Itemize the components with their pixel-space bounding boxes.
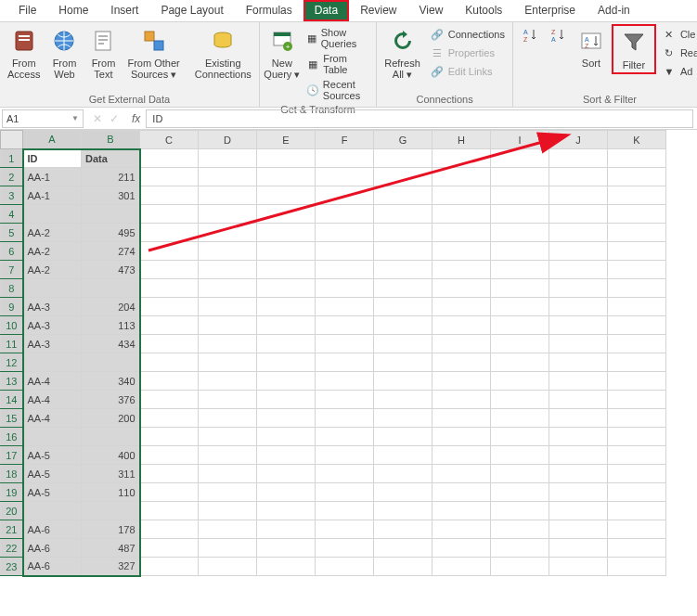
cell[interactable] bbox=[432, 353, 491, 372]
enter-icon[interactable]: ✓ bbox=[110, 112, 119, 125]
cell[interactable] bbox=[491, 520, 549, 539]
from-text-button[interactable]: From Text bbox=[84, 24, 122, 82]
cell[interactable] bbox=[257, 502, 316, 520]
cell[interactable]: 178 bbox=[82, 520, 140, 539]
row-header[interactable]: 20 bbox=[1, 502, 23, 520]
cell[interactable] bbox=[432, 186, 491, 205]
cell[interactable] bbox=[608, 465, 666, 483]
row-header[interactable]: 5 bbox=[1, 224, 23, 242]
cell[interactable] bbox=[491, 279, 549, 298]
cell[interactable] bbox=[374, 446, 432, 465]
advanced-button[interactable]: ▼Ad bbox=[658, 63, 697, 80]
cell[interactable] bbox=[432, 316, 491, 335]
cell[interactable] bbox=[432, 446, 491, 465]
cell[interactable] bbox=[140, 520, 199, 539]
row-header[interactable]: 15 bbox=[1, 409, 23, 428]
cell[interactable] bbox=[491, 298, 549, 316]
recent-sources-button[interactable]: 🕓Recent Sources bbox=[303, 78, 372, 102]
cell[interactable]: 211 bbox=[82, 168, 140, 186]
cell[interactable] bbox=[199, 205, 257, 224]
cell[interactable] bbox=[316, 316, 374, 335]
from-other-sources-button[interactable]: From Other Sources ▾ bbox=[123, 24, 183, 82]
tab-data[interactable]: Data bbox=[303, 0, 349, 21]
cell[interactable] bbox=[491, 168, 549, 186]
cell[interactable] bbox=[316, 242, 374, 261]
cancel-icon[interactable]: ✕ bbox=[93, 112, 102, 125]
cell[interactable] bbox=[432, 558, 491, 576]
cell[interactable] bbox=[549, 428, 608, 446]
cell[interactable] bbox=[549, 391, 608, 409]
cell[interactable] bbox=[140, 242, 199, 261]
cell[interactable] bbox=[491, 502, 549, 520]
cell[interactable] bbox=[140, 409, 199, 428]
cell[interactable] bbox=[374, 520, 432, 539]
cell[interactable] bbox=[257, 242, 316, 261]
cell[interactable] bbox=[491, 149, 549, 168]
cell[interactable] bbox=[491, 409, 549, 428]
cell[interactable] bbox=[491, 483, 549, 502]
cell[interactable] bbox=[140, 335, 199, 353]
cell[interactable]: Data bbox=[82, 149, 140, 168]
row-header[interactable]: 10 bbox=[1, 316, 23, 335]
cell[interactable] bbox=[82, 428, 140, 446]
cell[interactable] bbox=[257, 261, 316, 279]
cell[interactable] bbox=[199, 224, 257, 242]
cell[interactable]: 204 bbox=[82, 298, 140, 316]
cell[interactable] bbox=[608, 298, 666, 316]
cell[interactable]: AA-3 bbox=[23, 298, 82, 316]
cell[interactable] bbox=[140, 502, 199, 520]
cell[interactable] bbox=[257, 391, 316, 409]
cell[interactable]: AA-1 bbox=[23, 186, 82, 205]
tab-kutools[interactable]: Kutools bbox=[454, 0, 513, 21]
tab-home[interactable]: Home bbox=[47, 0, 99, 21]
cell[interactable] bbox=[23, 428, 82, 446]
cell[interactable] bbox=[140, 316, 199, 335]
row-header[interactable]: 9 bbox=[1, 298, 23, 316]
cell[interactable] bbox=[491, 224, 549, 242]
cell[interactable] bbox=[140, 168, 199, 186]
cell[interactable] bbox=[491, 205, 549, 224]
cell[interactable] bbox=[257, 465, 316, 483]
cell[interactable] bbox=[549, 149, 608, 168]
cell[interactable]: AA-1 bbox=[23, 168, 82, 186]
cell[interactable] bbox=[491, 335, 549, 353]
cell[interactable] bbox=[374, 353, 432, 372]
tab-page-layout[interactable]: Page Layout bbox=[149, 0, 234, 21]
cell[interactable] bbox=[257, 298, 316, 316]
cell[interactable] bbox=[23, 353, 82, 372]
from-table-button[interactable]: ▦From Table bbox=[303, 52, 372, 76]
cell[interactable] bbox=[549, 242, 608, 261]
cell[interactable] bbox=[257, 186, 316, 205]
cell[interactable]: 495 bbox=[82, 224, 140, 242]
cell[interactable] bbox=[199, 335, 257, 353]
cell[interactable] bbox=[432, 242, 491, 261]
column-header[interactable]: A bbox=[23, 131, 82, 149]
cell[interactable]: AA-5 bbox=[23, 446, 82, 465]
name-box[interactable]: A1 ▼ bbox=[2, 109, 84, 128]
cell[interactable] bbox=[549, 409, 608, 428]
column-header[interactable]: E bbox=[257, 131, 316, 149]
cell[interactable] bbox=[82, 279, 140, 298]
cell[interactable] bbox=[491, 539, 549, 558]
cell[interactable] bbox=[491, 186, 549, 205]
show-queries-button[interactable]: ▦Show Queries bbox=[303, 26, 372, 50]
cell[interactable] bbox=[316, 335, 374, 353]
column-header[interactable]: B bbox=[82, 131, 140, 149]
cell[interactable] bbox=[199, 372, 257, 391]
cell[interactable] bbox=[199, 502, 257, 520]
cell[interactable] bbox=[257, 409, 316, 428]
cell[interactable] bbox=[140, 483, 199, 502]
cell[interactable] bbox=[491, 446, 549, 465]
cell[interactable] bbox=[316, 261, 374, 279]
cell[interactable] bbox=[140, 224, 199, 242]
cell[interactable] bbox=[140, 149, 199, 168]
cell[interactable] bbox=[316, 186, 374, 205]
cell[interactable] bbox=[140, 261, 199, 279]
cell[interactable] bbox=[257, 372, 316, 391]
cell[interactable] bbox=[316, 372, 374, 391]
cell[interactable] bbox=[140, 186, 199, 205]
cell[interactable] bbox=[374, 539, 432, 558]
cell[interactable] bbox=[549, 279, 608, 298]
fx-icon[interactable]: fx bbox=[126, 112, 146, 125]
cell[interactable] bbox=[199, 446, 257, 465]
